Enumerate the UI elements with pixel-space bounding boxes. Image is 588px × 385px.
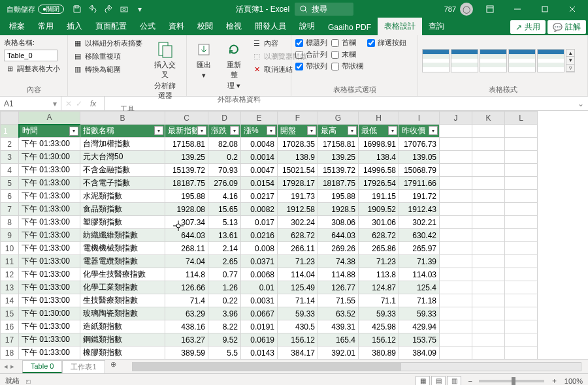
table-header-cell[interactable]: 漲%▾ — [241, 125, 278, 138]
table-cell[interactable]: 71.14 — [278, 294, 318, 307]
table-cell[interactable]: 3.96 — [208, 307, 241, 320]
table-cell[interactable]: 14996.58 — [359, 164, 399, 177]
table-cell[interactable]: 138.4 — [359, 151, 399, 164]
table-cell[interactable]: 307.34 — [165, 216, 208, 229]
table-cell[interactable]: 0.77 — [208, 268, 241, 281]
table-cell[interactable]: 下午 01:33:00 — [19, 294, 80, 307]
table-cell[interactable]: 195.88 — [318, 190, 359, 203]
table-cell[interactable]: 1.26 — [208, 281, 241, 294]
table-cell[interactable]: 電機機械類指數 — [80, 242, 165, 255]
remove-duplicates-button[interactable]: ▤移除重複項 — [72, 51, 144, 62]
view-pagebreak-icon[interactable]: ▥ — [447, 376, 461, 386]
resize-table-button[interactable]: ⊞調整表格大小 — [4, 63, 61, 74]
tab-formulas[interactable]: 公式 — [133, 18, 162, 35]
table-cell[interactable]: 紡織纖維類指數 — [80, 229, 165, 242]
table-cell[interactable]: 下午 01:33:00 — [19, 177, 80, 190]
table-cell[interactable]: 8.22 — [208, 320, 241, 333]
table-cell[interactable]: 71.4 — [165, 294, 208, 307]
table-cell[interactable]: 191.15 — [359, 190, 399, 203]
table-cell[interactable]: 1928.08 — [165, 203, 208, 216]
table-cell[interactable]: 71.55 — [318, 294, 359, 307]
banded-cols-checkbox[interactable]: 帶狀欄 — [331, 61, 363, 71]
confirm-formula-icon[interactable]: ✓ — [76, 99, 82, 108]
table-cell[interactable]: 下午 01:33:00 — [19, 255, 80, 268]
view-pagelayout-icon[interactable]: ▤ — [431, 376, 446, 386]
table-cell[interactable]: 276.09 — [208, 177, 241, 190]
table-cell[interactable]: 163.27 — [165, 333, 208, 346]
table-cell[interactable]: 125.4 — [399, 281, 440, 294]
minimize-icon[interactable] — [504, 0, 531, 18]
header-row-checkbox[interactable]: 標題列 — [295, 38, 327, 48]
table-cell[interactable]: 0.0014 — [241, 151, 278, 164]
table-cell[interactable]: 0.0068 — [241, 268, 278, 281]
convert-range-button[interactable]: ▥轉換為範圍 — [72, 64, 144, 75]
table-cell[interactable]: 165.4 — [318, 333, 359, 346]
table-cell[interactable]: 191.72 — [399, 190, 440, 203]
filter-icon[interactable]: ▾ — [154, 126, 163, 135]
first-col-checkbox[interactable]: 首欄 — [331, 38, 363, 48]
table-header-cell[interactable]: 最高▾ — [318, 125, 359, 138]
table-cell[interactable]: 1928.5 — [318, 203, 359, 216]
table-cell[interactable]: 63.52 — [318, 307, 359, 320]
table-cell[interactable]: 0.0082 — [241, 203, 278, 216]
table-cell[interactable]: 不含電子指數 — [80, 177, 165, 190]
table-cell[interactable]: 0.017 — [241, 216, 278, 229]
sheet-tab-1[interactable]: 工作表1 — [62, 360, 105, 373]
filter-icon[interactable]: ▾ — [69, 127, 78, 136]
table-cell[interactable]: 下午 01:30:00 — [19, 307, 80, 320]
tab-developer[interactable]: 開發人員 — [248, 18, 293, 35]
table-cell[interactable]: 392.01 — [318, 346, 359, 360]
table-cell[interactable]: 125.49 — [278, 281, 318, 294]
table-cell[interactable]: 302.24 — [278, 216, 318, 229]
table-cell[interactable]: 191.73 — [278, 190, 318, 203]
table-cell[interactable]: 380.89 — [359, 346, 399, 360]
banded-rows-checkbox[interactable]: 帶狀列 — [295, 61, 327, 71]
table-cell[interactable]: 139.25 — [165, 151, 208, 164]
table-cell[interactable]: 造紙類指數 — [80, 320, 165, 333]
qat-more-icon[interactable]: ▾ — [135, 4, 145, 14]
table-cell[interactable]: 0.0047 — [241, 164, 278, 177]
table-cell[interactable]: 2.14 — [208, 242, 241, 255]
table-cell[interactable]: 下午 01:33:00 — [19, 229, 80, 242]
expand-formula-icon[interactable]: ⌄ — [574, 99, 588, 108]
table-cell[interactable]: 鋼鐵類指數 — [80, 333, 165, 346]
zoom-level[interactable]: 100% — [564, 377, 583, 385]
table-cell[interactable]: 438.16 — [165, 320, 208, 333]
table-header-cell[interactable]: 最新指數▾ — [165, 125, 208, 138]
save-icon[interactable] — [72, 4, 82, 14]
table-header-cell[interactable]: 時間▾ — [19, 125, 80, 138]
zoom-in-icon[interactable]: ＋ — [551, 376, 558, 385]
table-cell[interactable]: 126.66 — [165, 281, 208, 294]
table-cell[interactable]: 下午 01:30:00 — [19, 151, 80, 164]
table-cell[interactable]: 17911.66 — [399, 177, 440, 190]
table-cell[interactable]: 114.8 — [165, 268, 208, 281]
table-cell[interactable]: 425.98 — [359, 320, 399, 333]
table-header-cell[interactable]: 昨收價▾ — [399, 125, 440, 138]
table-style-gallery[interactable]: ▴▾▿ — [422, 49, 575, 72]
export-button[interactable]: 匯出▾ — [191, 38, 217, 82]
table-cell[interactable]: 下午 01:33:00 — [19, 190, 80, 203]
table-cell[interactable]: 389.59 — [165, 346, 208, 360]
tab-query[interactable]: 查詢 — [422, 18, 451, 35]
table-cell[interactable]: 74.04 — [165, 255, 208, 268]
refresh-button[interactable]: 重新整理 ▾ — [221, 38, 247, 93]
table-cell[interactable]: 0.0667 — [241, 307, 278, 320]
table-cell[interactable]: 5.5 — [208, 346, 241, 360]
table-cell[interactable]: 15139.72 — [318, 164, 359, 177]
table-header-cell[interactable]: 開盤▾ — [278, 125, 318, 138]
table-cell[interactable]: 13.61 — [208, 229, 241, 242]
filter-icon[interactable]: ▾ — [348, 126, 357, 135]
table-cell[interactable]: 下午 01:33:00 — [19, 164, 80, 177]
name-box[interactable]: A1▾ — [0, 97, 61, 110]
table-cell[interactable]: 439.31 — [318, 320, 359, 333]
table-cell[interactable]: 不含金融指數 — [80, 164, 165, 177]
sheet-prev-icon[interactable]: ◂ — [4, 362, 8, 371]
table-cell[interactable]: 元大台灣50 — [80, 151, 165, 164]
table-cell[interactable]: 15.65 — [208, 203, 241, 216]
table-cell[interactable]: 17928.17 — [278, 177, 318, 190]
table-cell[interactable]: 628.72 — [359, 229, 399, 242]
table-cell[interactable]: 195.88 — [165, 190, 208, 203]
table-cell[interactable]: 156.12 — [359, 333, 399, 346]
sheet-tab-0[interactable]: Table 0 — [22, 360, 62, 373]
close-icon[interactable] — [559, 0, 585, 18]
